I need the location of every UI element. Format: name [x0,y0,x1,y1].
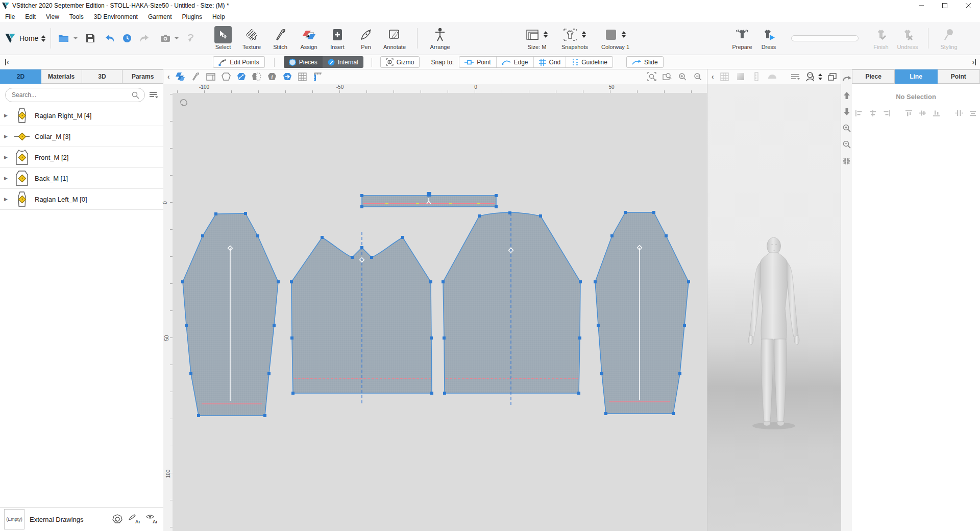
tree-item-collar[interactable]: ▶ Collar_M [3] [0,126,163,147]
expand-arrow-icon[interactable]: ▶ [4,197,9,202]
tree-item-raglan-left[interactable]: ▶ Raglan Left_M [0] [0,189,163,210]
expand-arrow-icon[interactable]: ▶ [4,155,9,160]
selected-point-handle[interactable] [427,192,431,197]
folder-open-icon[interactable] [56,34,71,43]
snap-point-button[interactable]: Point [459,57,496,67]
piece-outline-icon[interactable] [220,71,232,82]
tree-item-front[interactable]: ▶ Front_M [2] [0,147,163,168]
edit-points-button[interactable]: Edit Points [213,56,264,68]
collapse-left-icon[interactable]: ‹ [166,73,171,81]
piece-internal-icon[interactable] [235,71,248,82]
zoom-region-icon[interactable] [661,71,673,82]
undo-icon[interactable] [103,34,117,43]
ai-pen-icon[interactable]: Ai [129,514,140,524]
tool-stitch[interactable]: Stitch [269,27,291,50]
snap-guideline-button[interactable]: Guideline [566,57,612,67]
layout-windows-icon[interactable] [826,71,838,82]
piece-info-icon[interactable]: i [266,71,278,82]
menu-3d-environment[interactable]: 3D Environment [89,12,143,21]
expand-arrow-icon[interactable]: ▶ [4,176,9,181]
snap-edge-button[interactable]: Edge [496,57,533,67]
pan-up-icon[interactable] [842,91,851,100]
collapse-right-icon[interactable]: › [972,58,976,66]
internal-mode-button[interactable]: Internal [323,56,363,68]
close-icon[interactable] [957,0,980,11]
menu-plugins[interactable]: Plugins [177,12,207,21]
tool-select[interactable]: Select [212,27,234,50]
external-drawings-thumbnail[interactable]: (Empty) [4,509,24,529]
zoom-out-icon[interactable] [692,71,704,82]
tree-item-raglan-right[interactable]: ▶ Raglan Right_M [4] [0,105,163,126]
camera-icon[interactable] [158,34,173,42]
piece-raglan-left[interactable] [594,211,690,415]
zoom-in-icon[interactable] [842,124,851,133]
menu-garment[interactable]: Garment [143,12,177,21]
menu-tools[interactable]: Tools [64,12,89,21]
tab-materials[interactable]: Materials [41,69,82,84]
tool-assign[interactable]: Assign [298,27,320,50]
tab-point[interactable]: Point [938,69,980,84]
filter-icon[interactable] [149,91,158,99]
minimize-icon[interactable] [910,0,933,11]
sync-drawings-icon[interactable] [112,514,122,524]
zoom-in-icon[interactable] [676,71,689,82]
history-clock-icon[interactable] [120,34,134,43]
menu-edit[interactable]: Edit [20,12,41,21]
measure-ruler-icon[interactable] [312,71,324,82]
tool-pen[interactable]: Pen [355,27,377,50]
display-options-icon[interactable] [789,71,801,82]
fabric-swatches-icon[interactable] [174,71,186,82]
piece-back[interactable] [442,211,582,405]
piece-front[interactable] [290,232,433,405]
colorway-selector[interactable]: Colorway 1 [601,27,629,50]
grid-toggle-icon[interactable] [297,71,309,82]
save-icon[interactable] [84,34,97,43]
expand-arrow-icon[interactable]: ▶ [4,134,9,139]
snapshots-selector[interactable]: Snapshots [561,27,588,50]
tree-item-back[interactable]: ▶ Back_M [1] [0,168,163,189]
zoom-fit-icon[interactable] [842,156,851,165]
home-menu-button[interactable]: Home [19,34,38,42]
piece-raglan-right[interactable] [181,212,280,417]
pan-down-icon[interactable] [842,107,851,116]
ai-eye-icon[interactable]: Ai [146,514,157,524]
tool-arrange[interactable]: Arrange [429,27,451,50]
tab-line[interactable]: Line [895,69,937,84]
snap-grid-button[interactable]: Grid [533,57,566,67]
stitch-needle-icon[interactable] [189,71,202,82]
piece-half-icon[interactable] [251,71,263,82]
piece-collar[interactable] [360,192,498,208]
search-input[interactable] [11,91,132,99]
rotate-view-icon[interactable] [842,75,851,84]
collapse-left-icon[interactable]: ‹ [5,58,9,66]
menu-view[interactable]: View [41,12,64,21]
avatar-select-button[interactable] [805,71,822,82]
collapse-left-icon[interactable]: ‹ [710,73,715,81]
tool-annotate[interactable]: Annotate [383,27,406,50]
chevron-down-icon[interactable] [175,37,179,39]
dress-button[interactable]: Dress [757,27,780,50]
panels-icon[interactable] [205,71,217,82]
chevron-updown-icon[interactable] [41,35,45,42]
menu-file[interactable]: File [0,12,20,21]
chevron-down-icon[interactable] [74,37,78,39]
maximize-icon[interactable] [933,0,957,11]
viewport-3d-view[interactable] [707,84,841,531]
tab-piece[interactable]: Piece [852,69,895,84]
tab-2d[interactable]: 2D [0,69,41,84]
zoom-out-icon[interactable] [842,140,851,149]
prepare-button[interactable]: Prepare [731,27,753,50]
size-selector[interactable]: Size: M [526,27,548,50]
menu-help[interactable]: Help [207,12,230,21]
piece-flow-icon[interactable] [281,71,293,82]
zoom-fit-icon[interactable] [646,71,658,82]
gizmo-button[interactable]: Gizmo [380,56,420,68]
tool-texture[interactable]: Texture [240,27,263,50]
expand-arrow-icon[interactable]: ▶ [4,113,9,118]
tab-3d[interactable]: 3D [82,69,123,84]
pieces-mode-button[interactable]: Pieces [284,56,323,68]
slide-button[interactable]: Slide [626,56,664,68]
pattern-canvas[interactable] [173,93,707,531]
tool-insert[interactable]: Insert [326,27,349,50]
tab-params[interactable]: Params [122,69,163,84]
